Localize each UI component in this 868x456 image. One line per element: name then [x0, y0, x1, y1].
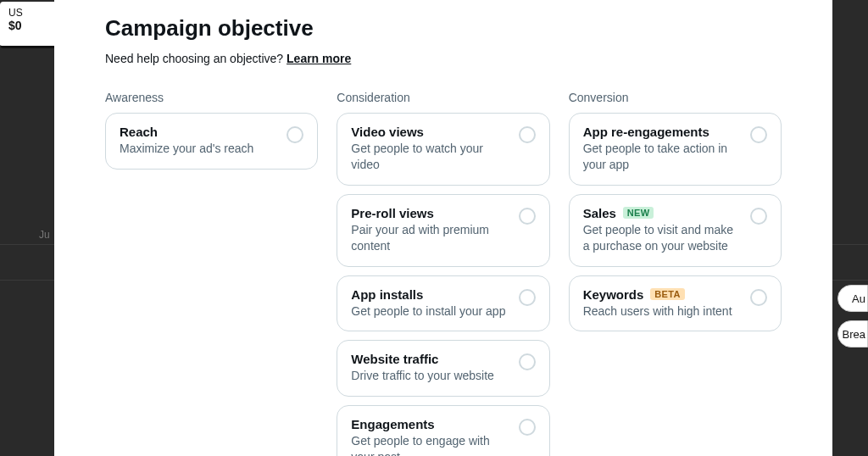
radio-video-views[interactable]	[519, 126, 536, 143]
help-line: Need help choosing an objective? Learn m…	[105, 52, 782, 65]
column-header-consideration: Consideration	[337, 91, 549, 104]
column-consideration: Consideration Video views Get people to …	[337, 91, 549, 456]
card-title: Video views	[351, 125, 509, 139]
card-desc: Pair your ad with premium content	[351, 222, 509, 254]
card-preroll-views[interactable]: Pre-roll views Pair your ad with premium…	[337, 194, 549, 267]
radio-engagements[interactable]	[519, 419, 536, 436]
card-desc: Reach users with high intent	[583, 303, 742, 320]
card-title: Reach	[120, 125, 278, 139]
card-title: Engagements	[351, 417, 509, 431]
radio-keywords[interactable]	[750, 289, 767, 306]
card-title: App installs	[351, 287, 509, 302]
card-title: Sales NEW	[583, 206, 742, 220]
card-website-traffic[interactable]: Website traffic Drive traffic to your we…	[337, 340, 549, 397]
card-app-installs[interactable]: App installs Get people to install your …	[337, 275, 549, 332]
card-title: Keywords BETA	[583, 287, 742, 302]
card-title: Pre-roll views	[351, 206, 509, 220]
card-text: App re-engagements Get people to take ac…	[583, 125, 750, 173]
card-desc: Get people to visit and make a purchase …	[583, 222, 742, 254]
page-title: Campaign objective	[105, 15, 782, 42]
radio-app-installs[interactable]	[519, 289, 536, 306]
card-desc: Maximize your ad's reach	[120, 141, 278, 157]
card-title: App re-engagements	[583, 125, 742, 139]
card-desc: Get people to watch your video	[351, 141, 509, 173]
bg-button-brea: Brea	[837, 320, 868, 348]
card-desc: Drive traffic to your website	[351, 368, 509, 384]
radio-preroll-views[interactable]	[519, 208, 536, 225]
bg-tick-ju: Ju	[39, 229, 50, 241]
radio-app-reengagements[interactable]	[750, 126, 767, 143]
bg-spend-chip: US $0	[0, 2, 59, 48]
card-video-views[interactable]: Video views Get people to watch your vid…	[337, 113, 549, 186]
bg-button-au: Au	[837, 285, 868, 312]
bg-amount: $0	[8, 19, 51, 32]
radio-website-traffic[interactable]	[519, 353, 536, 370]
new-badge: NEW	[623, 207, 654, 219]
column-header-awareness: Awareness	[105, 91, 318, 104]
card-text: Pre-roll views Pair your ad with premium…	[351, 206, 518, 254]
card-title: Website traffic	[351, 352, 509, 366]
radio-reach[interactable]	[287, 126, 303, 143]
column-header-conversion: Conversion	[569, 91, 782, 104]
bg-us-label: US	[8, 7, 51, 19]
learn-more-link[interactable]: Learn more	[287, 52, 351, 65]
card-reach[interactable]: Reach Maximize your ad's reach	[105, 113, 318, 170]
card-text: Keywords BETA Reach users with high inte…	[583, 287, 750, 320]
help-text: Need help choosing an objective?	[105, 52, 287, 65]
card-sales[interactable]: Sales NEW Get people to visit and make a…	[569, 194, 782, 267]
card-title-text: Keywords	[583, 287, 644, 302]
radio-sales[interactable]	[750, 208, 767, 225]
beta-badge: BETA	[650, 288, 684, 300]
card-text: Video views Get people to watch your vid…	[351, 125, 518, 173]
card-desc: Get people to engage with your post	[351, 433, 509, 456]
card-text: Website traffic Drive traffic to your we…	[351, 352, 518, 384]
card-text: Engagements Get people to engage with yo…	[351, 417, 518, 456]
card-desc: Get people to take action in your app	[583, 141, 742, 173]
card-engagements[interactable]: Engagements Get people to engage with yo…	[337, 405, 549, 456]
campaign-objective-modal: Campaign objective Need help choosing an…	[54, 0, 832, 456]
card-text: App installs Get people to install your …	[351, 287, 518, 320]
card-keywords[interactable]: Keywords BETA Reach users with high inte…	[569, 275, 782, 332]
card-app-reengagements[interactable]: App re-engagements Get people to take ac…	[569, 113, 782, 186]
column-conversion: Conversion App re-engagements Get people…	[569, 91, 782, 456]
card-text: Reach Maximize your ad's reach	[120, 125, 287, 157]
card-title-text: Sales	[583, 206, 616, 220]
objective-columns: Awareness Reach Maximize your ad's reach…	[105, 91, 782, 456]
column-awareness: Awareness Reach Maximize your ad's reach	[105, 91, 318, 456]
card-text: Sales NEW Get people to visit and make a…	[583, 206, 750, 254]
card-desc: Get people to install your app	[351, 303, 509, 320]
